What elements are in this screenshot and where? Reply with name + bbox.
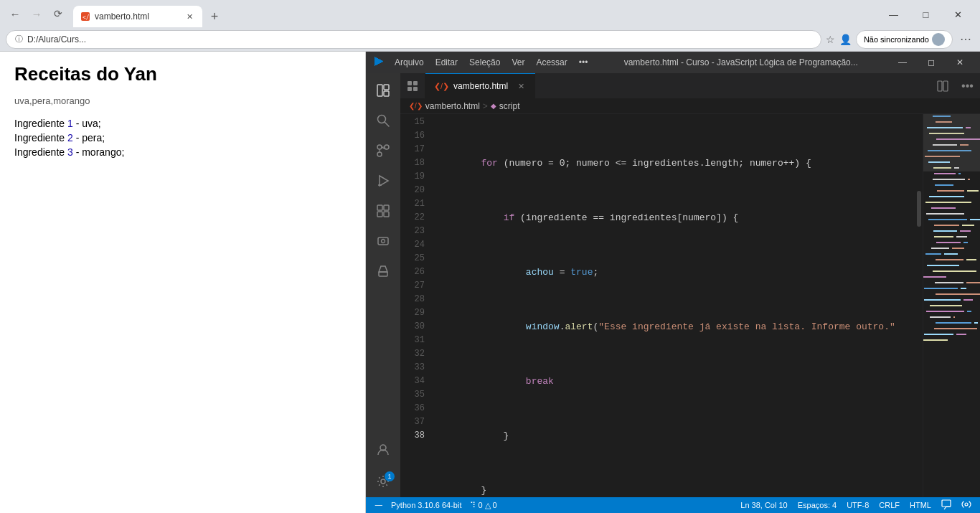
activity-source-control[interactable] — [369, 136, 397, 165]
sync-btn[interactable]: Não sincronizando — [856, 30, 953, 49]
code-line-15: for (numero = 0; numero <= ingredientes.… — [436, 156, 915, 170]
ingredient-item-2: Ingrediente 2 - pera; — [14, 132, 351, 143]
status-broadcast-icon[interactable] — [958, 499, 974, 511]
browser-forward-btn[interactable]: → — [27, 4, 46, 23]
browser-reload-btn[interactable]: ⟳ — [49, 4, 67, 23]
menu-acessar[interactable]: Acessar — [530, 55, 573, 70]
editor-area: ❮/❯ vamberto.html ✕ ••• ❮/❯ vamberto.htm… — [400, 73, 980, 497]
activity-accounts[interactable] — [369, 436, 397, 464]
activity-search[interactable] — [369, 106, 397, 135]
editor-tab-close-btn[interactable]: ✕ — [515, 80, 527, 92]
tab-bar: </> vamberto.html ✕ + — [73, 6, 877, 27]
menu-ver[interactable]: Ver — [506, 55, 530, 70]
status-python[interactable]: Python 3.10.6 64-bit — [388, 501, 464, 509]
svg-rect-26 — [943, 81, 948, 91]
status-spaces[interactable]: Espaços: 4 — [795, 501, 839, 509]
svg-rect-21 — [407, 81, 412, 85]
status-position-label: Ln 38, Col 10 — [740, 501, 787, 509]
active-editor-tab[interactable]: ❮/❯ vamberto.html ✕ — [425, 73, 535, 98]
vscode-min-btn[interactable]: — — [888, 52, 917, 73]
status-language[interactable]: HTML — [907, 501, 934, 509]
vscode-close-btn[interactable]: ✕ — [946, 52, 974, 73]
activity-settings[interactable]: 1 — [369, 467, 397, 496]
status-encoding[interactable]: UTF-8 — [844, 501, 872, 509]
ingredient-link-3[interactable]: 3 — [67, 146, 73, 158]
line-num-15: 15 — [400, 116, 425, 129]
status-encoding-label: UTF-8 — [847, 501, 869, 509]
editor-scrollbar[interactable] — [915, 114, 923, 497]
breadcrumb-section[interactable]: script — [499, 101, 520, 111]
code-line-21: } — [436, 484, 915, 497]
menu-editar[interactable]: Editar — [430, 55, 463, 70]
svg-rect-2 — [377, 85, 382, 96]
svg-rect-22 — [413, 81, 418, 85]
tab-title: vamberto.html — [95, 11, 149, 22]
menu-selecao[interactable]: Seleção — [463, 55, 506, 70]
code-editor-area: 15 16 17 18 19 20 21 22 23 24 25 26 27 2… — [400, 114, 980, 497]
browser-star-btn[interactable]: ☆ — [826, 34, 835, 45]
status-feedback-icon[interactable] — [938, 499, 954, 511]
status-warnings-label: 0 — [493, 501, 497, 509]
menu-more[interactable]: ••• — [573, 55, 594, 70]
status-line-ending[interactable]: CRLF — [876, 501, 903, 509]
browser-profile-btn[interactable]: 👤 — [839, 34, 852, 45]
svg-rect-18 — [379, 272, 387, 276]
line-num-25: 25 — [400, 252, 425, 265]
svg-point-28 — [965, 503, 968, 506]
breadcrumb: ❮/❯ vamberto.html > ◆ script — [400, 98, 980, 114]
tab-favicon: </> — [80, 11, 90, 22]
browser-back-btn[interactable]: ← — [6, 4, 24, 23]
editor-tab-title: vamberto.html — [453, 81, 508, 91]
win-max-btn[interactable]: □ — [910, 4, 942, 24]
svg-rect-4 — [384, 91, 389, 96]
address-input[interactable]: ⓘ D:/Alura/Curs... — [6, 30, 821, 49]
activity-extensions[interactable] — [369, 197, 397, 225]
raw-ingredients: uva,pera,morango — [14, 95, 351, 106]
activity-test[interactable] — [369, 257, 397, 286]
svg-point-9 — [377, 152, 382, 156]
minimap-canvas — [923, 114, 980, 497]
editor-split-btn[interactable] — [930, 73, 955, 98]
status-error-icon: ⠹ — [470, 501, 476, 510]
breadcrumb-separator: > — [483, 101, 488, 111]
vscode-body: 1 ❮/❯ vamberto.html ✕ — [366, 73, 980, 497]
status-line-ending-label: CRLF — [879, 501, 900, 509]
code-line-16: if (ingrediente == ingredientes[numero])… — [436, 211, 915, 225]
activity-explorer[interactable] — [369, 76, 397, 105]
new-tab-btn[interactable]: + — [205, 7, 224, 26]
code-line-17: achou = true; — [436, 265, 915, 279]
svg-rect-14 — [377, 212, 382, 217]
editor-tab-bar: ❮/❯ vamberto.html ✕ ••• — [400, 73, 980, 98]
status-git-icon[interactable]: ⸻ — [372, 501, 385, 509]
status-right: Ln 38, Col 10 Espaços: 4 UTF-8 CRLF HTML — [738, 499, 974, 511]
activity-remote[interactable] — [369, 227, 397, 255]
svg-rect-15 — [384, 212, 389, 217]
line-num-38: 38 — [400, 429, 425, 443]
activity-run[interactable] — [369, 166, 397, 195]
code-content[interactable]: for (numero = 0; numero <= ingredientes.… — [430, 114, 915, 497]
editor-scrollbar-thumb[interactable] — [917, 191, 921, 227]
breadcrumb-section-icon: ◆ — [491, 102, 496, 110]
menu-arquivo[interactable]: Arquivo — [389, 55, 430, 70]
breadcrumb-file[interactable]: vamberto.html — [425, 101, 480, 111]
vscode-max-btn[interactable]: ◻ — [917, 52, 946, 73]
breadcrumb-html-icon: ❮/❯ — [409, 102, 423, 110]
vscode-editor: ⯈ Arquivo Editar Seleção Ver Acessar •••… — [366, 52, 980, 513]
tab-layout-btn[interactable] — [400, 73, 425, 98]
sync-label: Não sincronizando — [864, 35, 929, 44]
tab-close-btn[interactable]: ✕ — [184, 11, 195, 22]
status-errors[interactable]: ⠹ 0 △ 0 — [467, 501, 499, 510]
address-bar: ⓘ D:/Alura/Curs... ☆ 👤 Não sincronizando… — [0, 27, 980, 52]
editor-more-btn[interactable]: ••• — [955, 73, 980, 98]
svg-rect-24 — [413, 87, 418, 91]
win-close-btn[interactable]: ✕ — [942, 4, 974, 24]
ingredient-link-2[interactable]: 2 — [67, 132, 73, 143]
win-min-btn[interactable]: — — [877, 4, 910, 24]
ingredient-link-1[interactable]: 1 — [67, 118, 73, 129]
svg-rect-3 — [384, 85, 389, 90]
status-position[interactable]: Ln 38, Col 10 — [738, 501, 790, 509]
status-bar: ⸻ Python 3.10.6 64-bit ⠹ 0 △ 0 Ln 38, Co… — [366, 497, 980, 513]
active-browser-tab[interactable]: </> vamberto.html ✕ — [73, 6, 202, 27]
browser-menu-btn[interactable]: ⋯ — [957, 32, 974, 46]
address-lock-icon: ⓘ — [15, 34, 23, 44]
